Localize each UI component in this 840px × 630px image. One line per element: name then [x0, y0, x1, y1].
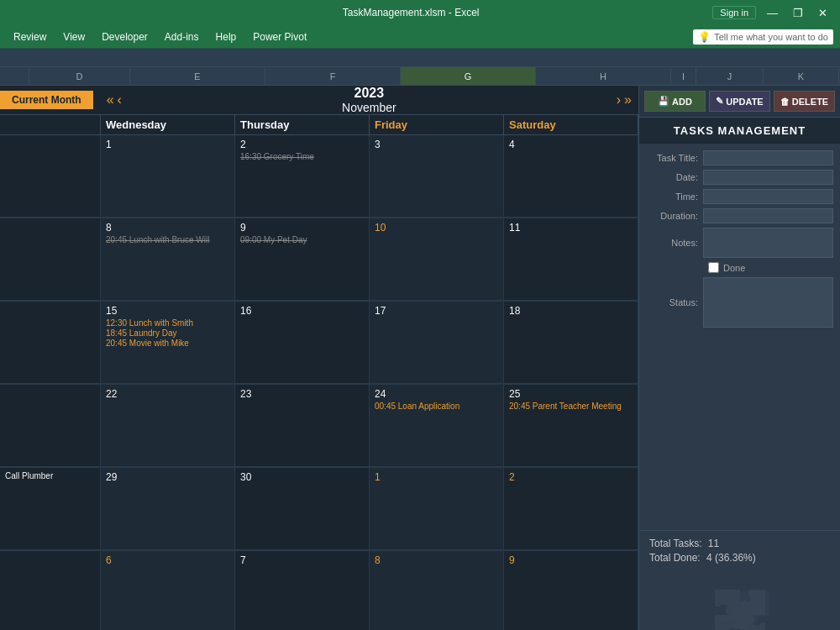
week-row-5: Call Plumber 29 30 1 2 [0, 468, 638, 551]
menu-developer[interactable]: Developer [95, 29, 155, 45]
col-i: I [671, 67, 696, 85]
cell-wed-1[interactable]: 1 [101, 135, 235, 218]
nav-right: › » [610, 92, 638, 108]
cell-wed-6[interactable]: 6 [101, 551, 235, 630]
week-row-4: 22 23 24 00:45 Loan Application 25 20:45… [0, 385, 638, 468]
duration-row: Duration: [646, 208, 833, 223]
cell-wed-5[interactable]: 29 [101, 468, 235, 550]
task-title-label: Task Title: [646, 153, 703, 163]
menu-bar: Review View Developer Add-ins Help Power… [0, 25, 840, 49]
cell-thu-1[interactable]: 2 16:30 Grocery Time [235, 135, 370, 218]
cell-sat-2[interactable]: 11 [504, 218, 638, 301]
done-label: Done [723, 263, 745, 273]
week-row-1: 1 2 16:30 Grocery Time 3 4 [0, 135, 638, 218]
cell-fri-1[interactable]: 3 [370, 135, 504, 218]
task-title-row: Task Title: [646, 150, 833, 165]
right-panel: 💾 ADD ✎ UPDATE 🗑 DELETE TASKS MANAGEMENT… [638, 86, 840, 630]
cell-sat-5[interactable]: 2 [504, 468, 638, 550]
search-bar[interactable]: 💡 Tell me what you want to do [693, 29, 833, 45]
cell-wed-2[interactable]: 8 20:45 Lunch with Bruce Will [101, 218, 235, 301]
menu-help[interactable]: Help [209, 29, 244, 45]
cell-leftcol-4 [0, 385, 101, 467]
total-tasks-label: Total Tasks: [649, 538, 701, 549]
day-header-sat: Saturday [504, 115, 638, 134]
cell-fri-5[interactable]: 1 [370, 468, 504, 550]
status-row: Status: [646, 277, 833, 328]
duration-label: Duration: [646, 211, 703, 221]
day-headers: Wednesday Thursday Friday Saturday [0, 115, 638, 135]
day-header-0 [0, 115, 101, 134]
menu-powerpivot[interactable]: Power Pivot [246, 29, 313, 45]
time-row: Time: [646, 189, 833, 204]
cell-fri-6[interactable]: 8 [370, 551, 504, 630]
cell-leftcol-5: Call Plumber [0, 468, 101, 550]
cell-sat-6[interactable]: 9 [504, 551, 638, 630]
cell-thu-2[interactable]: 9 09:00 My Pet Day [235, 218, 370, 301]
cell-thu-3[interactable]: 16 [235, 302, 370, 384]
calendar-section: Current Month « ‹ 2023 November › » Wedn… [0, 86, 638, 630]
cell-thu-6[interactable]: 7 [235, 551, 370, 630]
main-area: Current Month « ‹ 2023 November › » Wedn… [0, 86, 840, 630]
total-tasks-row: Total Tasks: 11 [649, 538, 830, 549]
cell-leftcol-1 [0, 135, 101, 218]
notes-label: Notes: [646, 238, 703, 248]
week-row-2: 8 20:45 Lunch with Bruce Will 9 09:00 My… [0, 218, 638, 302]
cell-thu-4[interactable]: 23 [235, 385, 370, 467]
duration-input[interactable] [703, 208, 833, 223]
cell-fri-4[interactable]: 24 00:45 Loan Application [370, 385, 504, 467]
menu-review[interactable]: Review [7, 29, 53, 45]
cell-thu-5[interactable]: 30 [235, 468, 370, 550]
cal-nav-header: Current Month « ‹ 2023 November › » [0, 86, 638, 115]
date-input[interactable] [703, 170, 833, 185]
window-title: TaskManagement.xlsm - Excel [109, 7, 712, 18]
add-button[interactable]: 💾 ADD [644, 91, 706, 112]
status-label: Status: [646, 297, 703, 307]
cell-leftcol-6 [0, 551, 101, 630]
cell-sat-1[interactable]: 4 [504, 135, 638, 218]
nav-year-next[interactable]: » [624, 92, 632, 108]
done-row: Done [646, 262, 833, 273]
done-checkbox[interactable] [708, 262, 719, 273]
delete-button[interactable]: 🗑 DELETE [774, 91, 835, 112]
task-title-input[interactable] [703, 150, 833, 165]
cell-wed-4[interactable]: 22 [101, 385, 235, 467]
col-h: H [536, 67, 671, 85]
cell-sat-4[interactable]: 25 20:45 Parent Teacher Meeting [504, 385, 638, 467]
date-label: Date: [646, 172, 703, 182]
total-done-label: Total Done: [649, 552, 701, 564]
puzzle-icon [706, 581, 774, 630]
close-button[interactable]: ✕ [814, 6, 832, 19]
cell-sat-3[interactable]: 18 [504, 302, 638, 384]
notes-input[interactable] [703, 228, 833, 258]
col-j: J [696, 67, 764, 85]
nav-year-prev[interactable]: « [107, 92, 114, 108]
cell-fri-3[interactable]: 17 [370, 302, 504, 384]
update-button[interactable]: ✎ UPDATE [709, 91, 770, 112]
form-area: Task Title: Date: Time: Duration: Notes: [639, 144, 840, 530]
cell-fri-2[interactable]: 10 [370, 218, 504, 301]
date-row: Date: [646, 170, 833, 185]
nav-left: « ‹ [100, 92, 129, 108]
update-icon: ✎ [716, 96, 723, 107]
lightbulb-icon: 💡 [698, 31, 711, 43]
current-month-button[interactable]: Current Month [0, 91, 93, 109]
sign-in-button[interactable]: Sign in [712, 6, 756, 19]
cell-leftcol-2 [0, 218, 101, 301]
nav-month-next[interactable]: › [617, 92, 621, 108]
restore-button[interactable]: ❐ [789, 6, 807, 19]
menu-addins[interactable]: Add-ins [158, 29, 206, 45]
month-display: November [129, 101, 610, 114]
nav-month-prev[interactable]: ‹ [118, 92, 122, 108]
total-tasks-value: 11 [708, 538, 719, 549]
col-headers: D E F G H I J K [0, 67, 840, 86]
menu-view[interactable]: View [56, 29, 92, 45]
row-num-header [0, 67, 29, 85]
time-input[interactable] [703, 189, 833, 204]
total-done-value: 4 (36.36%) [706, 552, 756, 564]
status-input[interactable] [703, 277, 833, 328]
cell-leftcol-3 [0, 302, 101, 384]
calendar-grid: 1 2 16:30 Grocery Time 3 4 8 20:45 [0, 135, 638, 630]
col-k: K [764, 67, 839, 85]
cell-wed-3[interactable]: 15 12:30 Lunch with Smith 18:45 Laundry … [101, 302, 235, 384]
minimize-button[interactable]: — [763, 6, 782, 19]
